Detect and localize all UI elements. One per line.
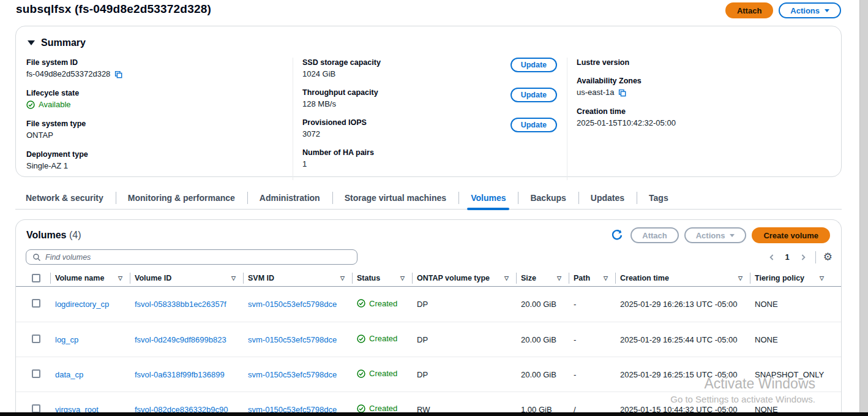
volumes-panel: Volumes (4) Attach Actions Create volume (15, 219, 842, 416)
column-header-ontap-type: ONTAP volume type▽ (412, 270, 516, 286)
collapse-triangle-icon[interactable] (28, 40, 35, 45)
tab-administration[interactable]: Administration (247, 187, 332, 209)
copy-icon[interactable] (114, 70, 122, 78)
volume-name-link[interactable]: logdirectory_cp (55, 300, 109, 309)
creation-time-cell: 2025-01-29 16:25:44 UTC -05:00 (615, 335, 750, 344)
row-checkbox[interactable] (32, 369, 40, 378)
summary-grid: File system ID fs-049d8e2d53372d328 Life… (16, 56, 841, 180)
search-icon (32, 253, 41, 262)
column-header-volume-name: Volume name▽ (50, 270, 130, 286)
sort-icon[interactable]: ▽ (231, 275, 236, 281)
tiering-policy-cell: NONE (750, 335, 831, 344)
refresh-icon (611, 229, 623, 241)
search-input[interactable] (45, 253, 351, 262)
tab-volumes[interactable]: Volumes (458, 187, 518, 209)
status-badge: Created (369, 404, 397, 413)
field-ssd-storage-capacity: SSD storage capacity 1024 GiB Update (302, 58, 557, 80)
size-cell: 20.00 GiB (516, 335, 569, 344)
summary-panel: Summary File system ID fs-049d8e2d53372d… (15, 26, 842, 177)
tab-backups[interactable]: Backups (518, 187, 578, 209)
row-checkbox[interactable] (32, 299, 40, 308)
next-page-button[interactable] (798, 252, 808, 262)
deployment-type-value: Single-AZ 1 (26, 161, 68, 172)
chevron-down-icon (730, 234, 735, 237)
row-checkbox[interactable] (32, 404, 40, 413)
sort-icon[interactable]: ▽ (557, 275, 561, 281)
search-box[interactable] (26, 249, 357, 265)
volumes-attach-button[interactable]: Attach (630, 227, 678, 243)
field-lustre-version: Lustre version (577, 58, 831, 67)
field-provisioned-iops: Provisioned IOPS 3072 Update (302, 118, 557, 140)
table-row: data_cp fsvol-0a6318f99fb136899 svm-0150… (16, 357, 841, 391)
tab-tags[interactable]: Tags (637, 187, 681, 209)
column-header-svm-id: SVM ID▽ (243, 270, 352, 286)
column-header-tiering-policy: Tiering policy▽ (750, 270, 831, 286)
copy-icon[interactable] (618, 89, 626, 97)
column-header-path: Path▽ (569, 270, 615, 286)
tab-updates[interactable]: Updates (578, 187, 637, 209)
svm-id-link[interactable]: svm-0150c53efc5798dce (248, 370, 337, 379)
volume-id-link[interactable]: fsvol-0a6318f99fb136899 (135, 370, 225, 379)
svm-id-link[interactable]: svm-0150c53efc5798dce (248, 300, 337, 309)
attach-button[interactable]: Attach (725, 2, 773, 18)
field-creation-time: Creation time 2025-01-15T10:42:32-05:00 (577, 107, 831, 129)
select-all-checkbox[interactable] (32, 274, 40, 282)
row-checkbox[interactable] (32, 335, 40, 343)
actions-button[interactable]: Actions (779, 2, 841, 18)
tab-network-security[interactable]: Network & security (15, 187, 116, 209)
column-header-creation-time: Creation time▽ (615, 270, 750, 286)
table-row: logdirectory_cp fsvol-058338bb1ec26357f … (16, 287, 841, 322)
divider (815, 251, 816, 263)
throughput-value: 128 MB/s (302, 99, 336, 110)
path-cell: - (569, 300, 615, 309)
page-title: subsqlfsx (fs-049d8e2d53372d328) (16, 2, 211, 16)
sort-icon[interactable]: ▽ (820, 275, 824, 281)
sort-icon[interactable]: ▽ (604, 275, 608, 281)
column-header-volume-id: Volume ID▽ (130, 270, 243, 286)
update-iops-button[interactable]: Update (511, 118, 557, 132)
volumes-title: Volumes (4) (26, 230, 81, 241)
status-badge: Created (369, 299, 397, 308)
tiering-policy-cell: NONE (750, 300, 831, 309)
update-throughput-button[interactable]: Update (511, 88, 557, 102)
sort-icon[interactable]: ▽ (738, 275, 743, 281)
scrollbar-track[interactable] (859, 0, 868, 416)
field-throughput-capacity: Throughput capacity 128 MB/s Update (302, 88, 557, 110)
svm-id-link[interactable]: svm-0150c53efc5798dce (248, 335, 337, 344)
table-row: log_cp fsvol-0d249c9df8699b823 svm-0150c… (16, 322, 841, 357)
tab-monitoring-performance[interactable]: Monitoring & performance (116, 187, 247, 209)
tab-storage-virtual-machines[interactable]: Storage virtual machines (332, 187, 459, 209)
status-badge: Created (369, 369, 397, 378)
refresh-button[interactable] (609, 227, 625, 243)
volume-name-link[interactable]: log_cp (55, 335, 78, 344)
previous-page-button[interactable] (767, 252, 777, 262)
actions-button-label: Actions (790, 6, 820, 15)
volume-name-link[interactable]: data_cp (55, 370, 83, 379)
current-page[interactable]: 1 (783, 252, 792, 262)
sort-icon[interactable]: ▽ (340, 275, 345, 281)
chevron-down-icon (825, 9, 829, 12)
tiering-policy-cell: SNAPSHOT_ONLY (750, 370, 831, 379)
sort-icon[interactable]: ▽ (504, 275, 509, 281)
summary-heading: Summary (16, 26, 841, 56)
ontap-type-cell: DP (412, 370, 516, 379)
success-check-icon (357, 299, 365, 308)
create-volume-button[interactable]: Create volume (752, 227, 830, 243)
lifecycle-state-value: Available (39, 99, 71, 110)
ha-pairs-value: 1 (302, 159, 307, 170)
size-cell: 20.00 GiB (516, 300, 569, 309)
taskbar-edge (0, 412, 868, 416)
detail-tabs: Network & security Monitoring & performa… (15, 187, 842, 210)
volumes-actions-button[interactable]: Actions (684, 227, 747, 243)
sort-icon[interactable]: ▽ (400, 275, 405, 281)
preferences-gear-icon[interactable]: ⚙ (823, 252, 832, 262)
field-deployment-type: Deployment type Single-AZ 1 (26, 149, 283, 172)
creation-time-value: 2025-01-15T10:42:32-05:00 (577, 118, 676, 129)
volume-id-link[interactable]: fsvol-058338bb1ec26357f (135, 300, 226, 309)
field-lifecycle-state: Lifecycle state Available (26, 88, 283, 110)
sort-icon[interactable]: ▽ (118, 275, 122, 281)
update-ssd-button[interactable]: Update (511, 58, 557, 72)
volume-id-link[interactable]: fsvol-0d249c9df8699b823 (135, 335, 226, 344)
table-header-row: Volume name▽ Volume ID▽ SVM ID▽ Status▽ … (16, 270, 841, 287)
summary-title: Summary (41, 37, 86, 48)
